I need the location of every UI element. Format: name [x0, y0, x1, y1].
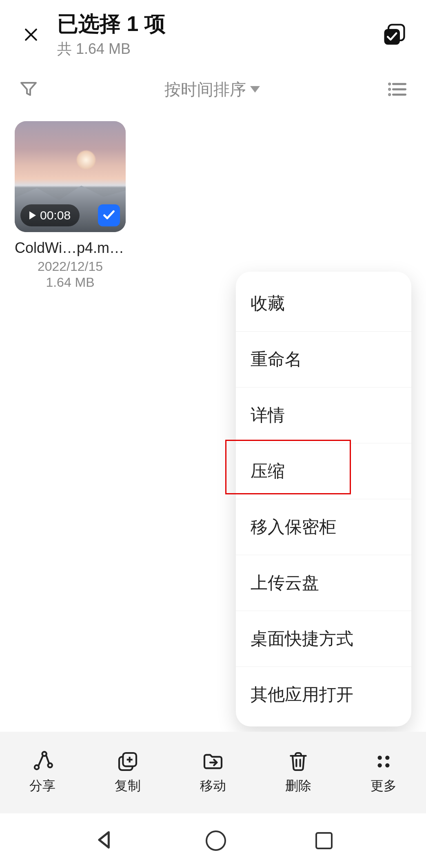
- selection-header: 已选择 1 项 共 1.64 MB: [0, 0, 426, 63]
- close-button[interactable]: [20, 23, 42, 46]
- copy-label: 复制: [115, 777, 141, 795]
- delete-button[interactable]: 删除: [255, 732, 341, 813]
- selected-check-icon[interactable]: [98, 204, 120, 226]
- svg-point-4: [389, 84, 390, 84]
- svg-line-13: [39, 756, 43, 766]
- file-date: 2022/12/15: [15, 259, 126, 274]
- menu-favorite[interactable]: 收藏: [236, 276, 411, 332]
- svg-point-22: [377, 763, 382, 767]
- svg-point-23: [385, 763, 389, 767]
- sort-selector[interactable]: 按时间排序: [39, 78, 385, 101]
- selection-subtitle: 共 1.64 MB: [57, 39, 382, 59]
- svg-point-21: [385, 756, 389, 760]
- sort-label: 按时间排序: [164, 78, 246, 101]
- svg-point-8: [389, 94, 390, 95]
- share-button[interactable]: 分享: [0, 732, 85, 813]
- menu-upload-cloud[interactable]: 上传云盘: [236, 555, 411, 611]
- file-thumbnail[interactable]: 00:08: [15, 121, 126, 232]
- more-button[interactable]: 更多: [341, 732, 426, 813]
- duration-text: 00:08: [40, 208, 71, 222]
- sort-bar: 按时间排序: [0, 63, 426, 109]
- action-toolbar: 分享 复制 移动 删除: [0, 732, 426, 813]
- context-menu: 收藏 重命名 详情 压缩 移入保密柜 上传云盘 桌面快捷方式 其他应用打开: [236, 272, 411, 726]
- file-size: 1.64 MB: [15, 275, 126, 290]
- svg-line-14: [46, 755, 49, 764]
- chevron-down-icon: [250, 86, 260, 93]
- nav-recents-icon[interactable]: [315, 832, 333, 849]
- filter-icon[interactable]: [18, 79, 39, 100]
- menu-open-with[interactable]: 其他应用打开: [236, 667, 411, 722]
- view-toggle-icon[interactable]: [385, 78, 408, 101]
- menu-move-to-safe[interactable]: 移入保密柜: [236, 499, 411, 555]
- nav-back-icon[interactable]: [93, 828, 116, 853]
- more-label: 更多: [371, 777, 397, 795]
- play-icon: [29, 211, 36, 219]
- select-all-button[interactable]: [382, 22, 406, 47]
- copy-button[interactable]: 复制: [85, 732, 171, 813]
- svg-point-6: [389, 89, 390, 90]
- menu-rename[interactable]: 重命名: [236, 332, 411, 388]
- system-nav-bar: [0, 813, 426, 868]
- selection-title: 已选择 1 项: [57, 10, 382, 38]
- menu-details[interactable]: 详情: [236, 388, 411, 443]
- menu-desktop-shortcut[interactable]: 桌面快捷方式: [236, 611, 411, 667]
- move-button[interactable]: 移动: [171, 732, 256, 813]
- menu-compress[interactable]: 压缩: [236, 443, 411, 499]
- file-name: ColdWi…p4.mp4: [15, 239, 126, 257]
- duration-badge: 00:08: [20, 204, 80, 226]
- nav-home-icon[interactable]: [206, 830, 226, 851]
- delete-label: 删除: [285, 777, 311, 795]
- svg-point-20: [377, 756, 382, 760]
- move-label: 移动: [200, 777, 226, 795]
- file-item[interactable]: 00:08 ColdWi…p4.mp4 2022/12/15 1.64 MB: [15, 121, 126, 290]
- share-label: 分享: [29, 777, 55, 795]
